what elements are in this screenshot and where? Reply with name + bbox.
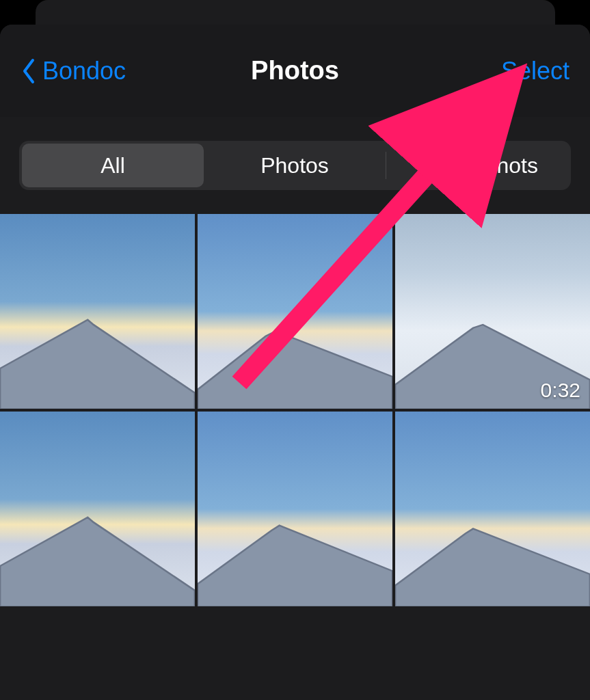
segment-screenshots[interactable]: Screenshots — [386, 144, 568, 187]
segment-all[interactable]: All — [22, 144, 204, 187]
airplane-wing-icon — [0, 509, 195, 607]
svg-marker-3 — [0, 517, 195, 606]
airplane-wing-icon — [198, 312, 392, 409]
back-button[interactable]: Bondoc — [21, 57, 126, 85]
svg-marker-4 — [198, 525, 392, 606]
back-label: Bondoc — [42, 57, 126, 85]
navigation-bar: Bondoc Photos Select — [0, 25, 590, 117]
photo-thumbnail[interactable] — [0, 214, 195, 409]
airplane-wing-icon — [395, 509, 590, 607]
svg-marker-0 — [0, 319, 195, 409]
svg-marker-1 — [198, 331, 392, 409]
airplane-wing-icon — [0, 312, 195, 409]
photo-thumbnail[interactable] — [198, 412, 392, 606]
photo-thumbnail[interactable] — [198, 214, 392, 409]
page-title: Photos — [251, 56, 339, 85]
svg-marker-5 — [395, 528, 590, 606]
photo-thumbnail[interactable] — [395, 412, 590, 606]
chevron-left-icon — [21, 57, 37, 85]
photo-grid: 0:32 — [0, 214, 590, 606]
airplane-wing-icon — [198, 509, 392, 607]
select-button[interactable]: Select — [501, 57, 569, 85]
segment-photos[interactable]: Photos — [204, 144, 386, 187]
video-duration-badge: 0:32 — [541, 379, 580, 402]
sheet-notch — [36, 0, 555, 25]
photo-thumbnail[interactable] — [0, 412, 195, 606]
video-thumbnail[interactable]: 0:32 — [395, 214, 590, 409]
photos-sheet: Bondoc Photos Select All Photos Screensh… — [0, 25, 590, 700]
filter-segmented-control: All Photos Screenshots — [19, 141, 571, 190]
